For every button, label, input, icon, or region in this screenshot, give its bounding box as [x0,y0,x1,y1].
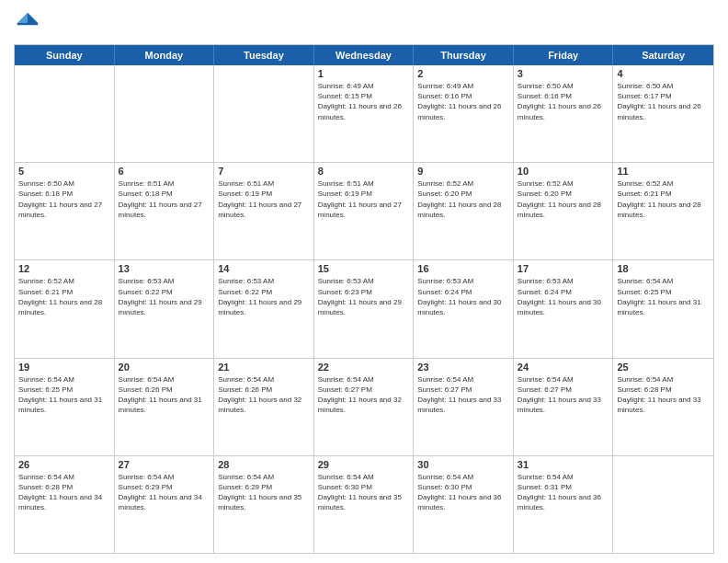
day-number: 16 [417,263,509,274]
day-info: Sunrise: 6:52 AM Sunset: 6:21 PM Dayligh… [18,276,110,317]
calendar-cell: 21Sunrise: 6:54 AM Sunset: 6:26 PM Dayli… [214,359,314,455]
day-number: 14 [218,263,310,274]
day-number: 22 [318,362,410,373]
day-number: 24 [518,362,609,373]
day-info: Sunrise: 6:53 AM Sunset: 6:22 PM Dayligh… [119,276,210,317]
calendar-cell: 22Sunrise: 6:54 AM Sunset: 6:27 PM Dayli… [314,359,415,455]
day-info: Sunrise: 6:54 AM Sunset: 6:29 PM Dayligh… [119,472,210,513]
day-info: Sunrise: 6:49 AM Sunset: 6:15 PM Dayligh… [318,81,410,122]
day-info: Sunrise: 6:52 AM Sunset: 6:21 PM Dayligh… [617,178,710,220]
calendar-cell: 12Sunrise: 6:52 AM Sunset: 6:21 PM Dayli… [15,260,115,357]
day-number: 5 [18,166,110,177]
calendar-cell: 5Sunrise: 6:50 AM Sunset: 6:18 PM Daylig… [15,163,115,259]
day-info: Sunrise: 6:54 AM Sunset: 6:26 PM Dayligh… [218,374,310,416]
day-number: 21 [218,362,310,373]
calendar: SundayMondayTuesdayWednesdayThursdayFrid… [14,44,714,554]
day-number: 15 [318,263,410,274]
calendar-cell [115,65,215,162]
day-info: Sunrise: 6:49 AM Sunset: 6:16 PM Dayligh… [417,81,509,122]
calendar-body: 1Sunrise: 6:49 AM Sunset: 6:15 PM Daylig… [15,65,713,553]
day-info: Sunrise: 6:51 AM Sunset: 6:19 PM Dayligh… [218,178,310,220]
calendar-cell: 20Sunrise: 6:54 AM Sunset: 6:26 PM Dayli… [115,359,215,455]
day-info: Sunrise: 6:50 AM Sunset: 6:18 PM Dayligh… [18,178,110,220]
calendar-cell [15,65,115,162]
day-number: 8 [318,166,410,177]
day-number: 10 [518,166,609,177]
day-info: Sunrise: 6:50 AM Sunset: 6:17 PM Dayligh… [617,81,710,122]
calendar-row: 12Sunrise: 6:52 AM Sunset: 6:21 PM Dayli… [15,260,713,358]
day-number: 9 [417,166,509,177]
logo [14,9,45,37]
calendar-cell: 23Sunrise: 6:54 AM Sunset: 6:27 PM Dayli… [414,359,514,455]
calendar-cell: 16Sunrise: 6:53 AM Sunset: 6:24 PM Dayli… [414,260,514,357]
day-number: 27 [119,459,210,470]
day-number: 6 [119,166,210,177]
day-number: 3 [518,68,609,79]
weekday-header: Wednesday [314,45,415,65]
day-number: 4 [617,68,710,79]
day-number: 2 [417,68,509,79]
weekday-header: Sunday [15,45,115,65]
day-number: 29 [318,459,410,470]
day-number: 19 [18,362,110,373]
calendar-cell: 15Sunrise: 6:53 AM Sunset: 6:23 PM Dayli… [314,260,415,357]
day-number: 11 [617,166,710,177]
day-info: Sunrise: 6:54 AM Sunset: 6:30 PM Dayligh… [417,472,509,513]
day-info: Sunrise: 6:52 AM Sunset: 6:20 PM Dayligh… [417,178,509,220]
day-info: Sunrise: 6:50 AM Sunset: 6:16 PM Dayligh… [518,81,609,122]
weekday-header: Thursday [414,45,514,65]
calendar-row: 5Sunrise: 6:50 AM Sunset: 6:18 PM Daylig… [15,163,713,260]
day-info: Sunrise: 6:53 AM Sunset: 6:22 PM Dayligh… [218,276,310,317]
day-number: 12 [18,263,110,274]
day-info: Sunrise: 6:54 AM Sunset: 6:28 PM Dayligh… [617,374,710,416]
calendar-header: SundayMondayTuesdayWednesdayThursdayFrid… [15,45,713,65]
day-info: Sunrise: 6:53 AM Sunset: 6:24 PM Dayligh… [518,276,609,317]
day-number: 23 [417,362,509,373]
calendar-cell: 7Sunrise: 6:51 AM Sunset: 6:19 PM Daylig… [214,163,314,259]
calendar-cell: 19Sunrise: 6:54 AM Sunset: 6:25 PM Dayli… [15,359,115,455]
calendar-cell: 11Sunrise: 6:52 AM Sunset: 6:21 PM Dayli… [613,163,713,259]
calendar-row: 19Sunrise: 6:54 AM Sunset: 6:25 PM Dayli… [15,359,713,456]
calendar-cell: 24Sunrise: 6:54 AM Sunset: 6:27 PM Dayli… [514,359,614,455]
day-number: 28 [218,459,310,470]
day-number: 13 [119,263,210,274]
day-info: Sunrise: 6:51 AM Sunset: 6:18 PM Dayligh… [119,178,210,220]
day-info: Sunrise: 6:54 AM Sunset: 6:27 PM Dayligh… [518,374,609,416]
weekday-header: Saturday [613,45,713,65]
calendar-cell: 14Sunrise: 6:53 AM Sunset: 6:22 PM Dayli… [214,260,314,357]
calendar-cell: 9Sunrise: 6:52 AM Sunset: 6:20 PM Daylig… [414,163,514,259]
day-number: 26 [18,459,110,470]
calendar-cell: 1Sunrise: 6:49 AM Sunset: 6:15 PM Daylig… [314,65,415,162]
calendar-cell: 25Sunrise: 6:54 AM Sunset: 6:28 PM Dayli… [613,359,713,455]
day-info: Sunrise: 6:52 AM Sunset: 6:20 PM Dayligh… [518,178,609,220]
day-number: 1 [318,68,410,79]
svg-marker-1 [17,13,28,23]
day-number: 20 [119,362,210,373]
day-info: Sunrise: 6:54 AM Sunset: 6:30 PM Dayligh… [318,472,410,513]
day-number: 18 [617,263,710,274]
calendar-cell: 18Sunrise: 6:54 AM Sunset: 6:25 PM Dayli… [613,260,713,357]
calendar-cell: 6Sunrise: 6:51 AM Sunset: 6:18 PM Daylig… [115,163,215,259]
day-info: Sunrise: 6:54 AM Sunset: 6:28 PM Dayligh… [18,472,110,513]
calendar-cell: 29Sunrise: 6:54 AM Sunset: 6:30 PM Dayli… [314,456,415,553]
day-info: Sunrise: 6:54 AM Sunset: 6:27 PM Dayligh… [417,374,509,416]
header [14,9,714,37]
page: SundayMondayTuesdayWednesdayThursdayFrid… [0,0,728,563]
day-info: Sunrise: 6:51 AM Sunset: 6:19 PM Dayligh… [318,178,410,220]
day-info: Sunrise: 6:54 AM Sunset: 6:31 PM Dayligh… [518,472,609,513]
calendar-cell: 8Sunrise: 6:51 AM Sunset: 6:19 PM Daylig… [314,163,415,259]
calendar-row: 1Sunrise: 6:49 AM Sunset: 6:15 PM Daylig… [15,65,713,163]
svg-marker-0 [28,13,38,23]
calendar-cell: 30Sunrise: 6:54 AM Sunset: 6:30 PM Dayli… [414,456,514,553]
calendar-cell: 28Sunrise: 6:54 AM Sunset: 6:29 PM Dayli… [214,456,314,553]
logo-icon [14,9,41,37]
weekday-header: Tuesday [214,45,314,65]
calendar-cell: 10Sunrise: 6:52 AM Sunset: 6:20 PM Dayli… [514,163,614,259]
day-info: Sunrise: 6:53 AM Sunset: 6:24 PM Dayligh… [417,276,509,317]
calendar-row: 26Sunrise: 6:54 AM Sunset: 6:28 PM Dayli… [15,456,713,553]
day-info: Sunrise: 6:54 AM Sunset: 6:25 PM Dayligh… [617,276,710,317]
day-info: Sunrise: 6:54 AM Sunset: 6:29 PM Dayligh… [218,472,310,513]
calendar-cell [613,456,713,553]
day-info: Sunrise: 6:53 AM Sunset: 6:23 PM Dayligh… [318,276,410,317]
calendar-cell: 26Sunrise: 6:54 AM Sunset: 6:28 PM Dayli… [15,456,115,553]
